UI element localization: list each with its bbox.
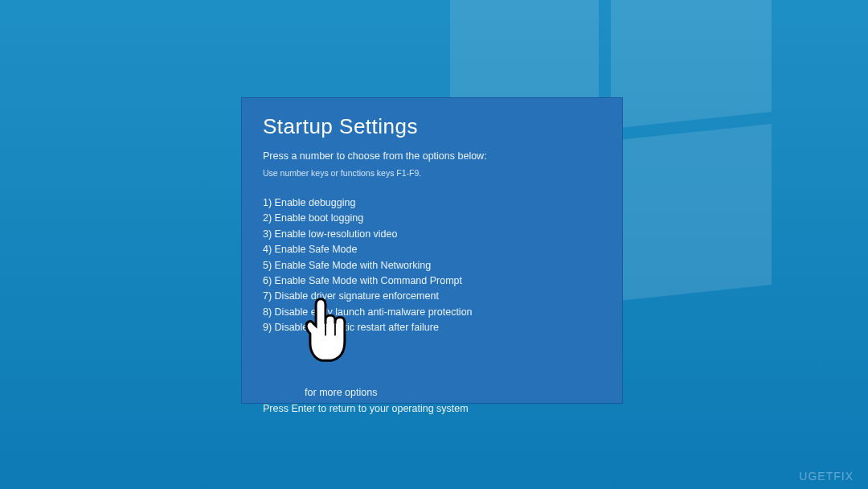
footer-return: Press Enter to return to your operating … bbox=[263, 401, 601, 417]
cursor-hand-icon bbox=[302, 295, 349, 364]
dialog-title: Startup Settings bbox=[263, 114, 601, 139]
option-1-enable-debugging[interactable]: 1) Enable debugging bbox=[263, 195, 601, 211]
footer-more-options: for more options bbox=[263, 385, 601, 401]
dialog-subtitle: Press a number to choose from the option… bbox=[263, 150, 601, 162]
startup-settings-dialog: Startup Settings Press a number to choos… bbox=[241, 97, 623, 404]
option-3-enable-low-resolution-video[interactable]: 3) Enable low-resolution video bbox=[263, 227, 601, 242]
option-2-enable-boot-logging[interactable]: 2) Enable boot logging bbox=[263, 211, 601, 226]
option-6-enable-safe-mode-command-prompt[interactable]: 6) Enable Safe Mode with Command Prompt bbox=[263, 273, 601, 289]
option-5-enable-safe-mode-networking[interactable]: 5) Enable Safe Mode with Networking bbox=[263, 258, 601, 273]
dialog-hint: Use number keys or functions keys F1-F9. bbox=[263, 168, 601, 178]
dialog-footer: for more options Press Enter to return t… bbox=[263, 385, 601, 417]
option-4-enable-safe-mode[interactable]: 4) Enable Safe Mode bbox=[263, 242, 601, 257]
watermark-text: UGETFIX bbox=[799, 470, 854, 483]
